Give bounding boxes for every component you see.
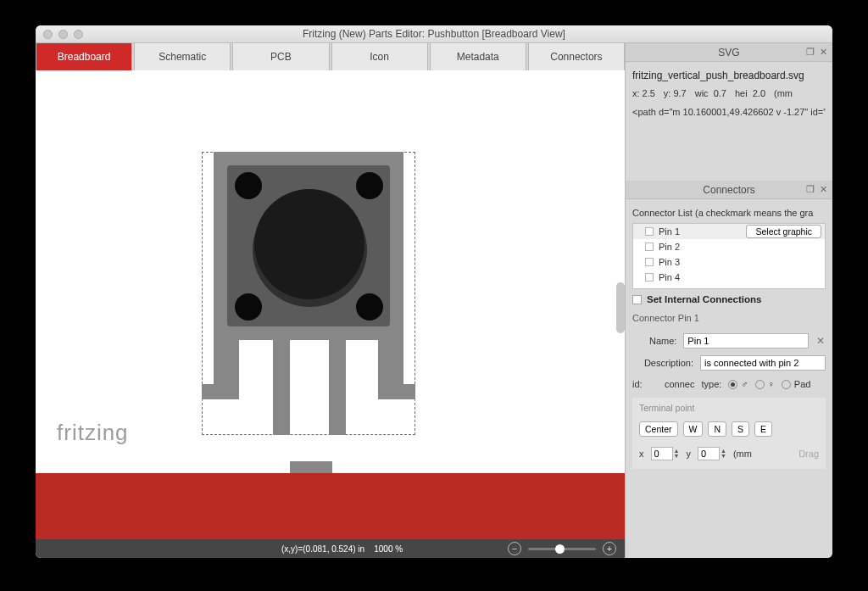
connector-list-item[interactable]: Pin 1 Select graphic (633, 224, 825, 239)
close-panel-icon[interactable]: ✕ (820, 47, 827, 58)
terminal-y-label: y (686, 449, 691, 459)
view-tabs: Breadboard Schematic PCB Icon Metadata C… (36, 43, 625, 70)
tab-schematic[interactable]: Schematic (134, 43, 231, 70)
pushbutton-lug-br (356, 293, 383, 321)
zoom-in-button[interactable]: + (603, 542, 616, 555)
connector-list[interactable]: Pin 1 Select graphic Pin 2 Pin 3 Pin 4 (632, 223, 826, 289)
svg-unit: (mm (774, 88, 793, 98)
svg-panel-header[interactable]: SVG ❐ ✕ (626, 43, 832, 62)
status-bar: (x,y)=(0.081, 0.524) in 1000 % − + (36, 539, 625, 558)
pushbutton-lug-tl (235, 172, 262, 199)
terminal-s-button[interactable]: S (732, 421, 749, 437)
pushbutton-leg-stub-r (403, 384, 415, 399)
terminal-center-button[interactable]: Center (639, 421, 678, 437)
x-step-down[interactable]: ▼ (674, 454, 680, 459)
detach-panel-icon[interactable]: ❐ (806, 47, 815, 58)
pushbutton-leg-3 (273, 340, 290, 435)
connector-list-item[interactable]: Pin 3 (633, 254, 825, 270)
connector-description-input[interactable] (700, 355, 826, 371)
connector-name: Pin 2 (659, 242, 680, 252)
connector-list-item[interactable]: Pin 2 (633, 239, 825, 254)
connectors-panel: Connector List (a checkmark means the gr… (626, 199, 832, 558)
titlebar: Fritzing (New) Parts Editor: Pushbutton … (36, 25, 832, 43)
connector-checkbox[interactable] (645, 243, 654, 251)
id-label: id: (632, 379, 658, 389)
minimize-icon[interactable] (58, 30, 68, 39)
terminal-drag-label[interactable]: Drag (798, 449, 819, 459)
terminal-w-button[interactable]: W (683, 421, 704, 437)
type-pad-radio[interactable] (782, 380, 791, 389)
canvas-scrollbar[interactable] (616, 282, 625, 333)
connector-name: Pin 1 (659, 226, 680, 237)
select-graphic-button[interactable]: Select graphic (746, 225, 821, 238)
close-icon[interactable] (43, 30, 53, 39)
pushbutton-leg-1 (214, 340, 239, 399)
fritzing-logo: fritzing (57, 420, 129, 446)
connectors-panel-title: Connectors (703, 184, 754, 196)
connector-name: Pin 4 (659, 272, 680, 282)
connector-id-value: connec (665, 379, 694, 389)
terminal-e-button[interactable]: E (754, 421, 772, 437)
connector-checkbox[interactable] (645, 273, 654, 282)
zoom-slider[interactable] (528, 548, 596, 550)
zoom-level: 1000 % (374, 544, 403, 554)
terminal-n-button[interactable]: N (708, 421, 726, 437)
connector-list-description: Connector List (a checkmark means the gr… (632, 204, 826, 223)
svg-w: 0.7 (714, 88, 726, 98)
terminal-x-label: x (639, 449, 644, 459)
cursor-coordinates: (x,y)=(0.081, 0.524) in (281, 544, 364, 554)
breadboard-strip (36, 473, 625, 539)
svg-y: 9.7 (673, 88, 686, 98)
zoom-slider-thumb[interactable] (555, 544, 565, 554)
window-title: Fritzing (New) Parts Editor: Pushbutton … (36, 28, 832, 40)
internal-connections-checkbox[interactable] (632, 295, 642, 304)
pushbutton-leg-2 (378, 340, 403, 399)
zoom-out-button[interactable]: − (508, 542, 521, 555)
connector-checkbox[interactable] (645, 258, 654, 266)
connector-list-item[interactable]: Pin 4 (633, 270, 825, 285)
type-label: type: (701, 379, 721, 389)
tab-metadata[interactable]: Metadata (430, 43, 526, 70)
internal-connections-label: Set Internal Connections (647, 294, 761, 304)
close-panel-icon[interactable]: ✕ (820, 184, 827, 195)
type-male-radio[interactable] (728, 380, 737, 389)
svg-panel: fritzing_vertical_push_breadboard.svg x:… (626, 62, 832, 181)
connector-section-title: Connector Pin 1 (632, 309, 826, 330)
svg-x: 2.5 (643, 88, 655, 98)
terminal-point-title: Terminal point (639, 403, 819, 418)
right-dock: SVG ❐ ✕ fritzing_vertical_push_breadboar… (625, 43, 832, 558)
clear-name-icon[interactable]: ✕ (815, 335, 826, 347)
canvas[interactable]: fritzing (36, 70, 625, 539)
terminal-unit: (mm (733, 449, 752, 459)
pushbutton-lug-bl (235, 293, 262, 321)
terminal-point-group: Terminal point Center W N S E x ▲▼ (632, 398, 826, 469)
name-label: Name: (632, 336, 676, 346)
pushbutton-actuator (254, 189, 364, 299)
detach-panel-icon[interactable]: ❐ (806, 184, 815, 195)
tab-pcb[interactable]: PCB (232, 43, 329, 70)
connector-name: Pin 3 (659, 257, 680, 267)
svg-h: 2.0 (753, 88, 765, 98)
svg-panel-title: SVG (718, 47, 739, 59)
svg-filename: fritzing_vertical_push_breadboard.svg (632, 67, 826, 88)
type-female-radio[interactable] (755, 380, 765, 389)
pushbutton-leg-4 (329, 340, 346, 435)
tab-connectors[interactable]: Connectors (528, 43, 625, 70)
svg-path-text: <path d="m 10.160001,49.426602 v -1.27" … (632, 107, 826, 117)
app-window: Fritzing (New) Parts Editor: Pushbutton … (36, 25, 832, 558)
pushbutton-leg-stub-l (202, 384, 214, 399)
terminal-y-input[interactable] (698, 447, 720, 460)
connector-name-input[interactable] (683, 333, 809, 348)
tab-breadboard[interactable]: Breadboard (36, 43, 132, 70)
terminal-x-input[interactable] (651, 447, 673, 460)
tab-icon[interactable]: Icon (331, 43, 428, 70)
zoom-icon[interactable] (74, 30, 83, 39)
breadboard-pin-stub (290, 461, 332, 473)
main-area: Breadboard Schematic PCB Icon Metadata C… (36, 43, 625, 558)
connectors-panel-header[interactable]: Connectors ❐ ✕ (626, 181, 832, 199)
connector-checkbox[interactable] (645, 227, 654, 236)
description-label: Description: (632, 358, 693, 368)
y-step-down[interactable]: ▼ (721, 454, 726, 459)
pushbutton-lug-tr (356, 172, 383, 199)
